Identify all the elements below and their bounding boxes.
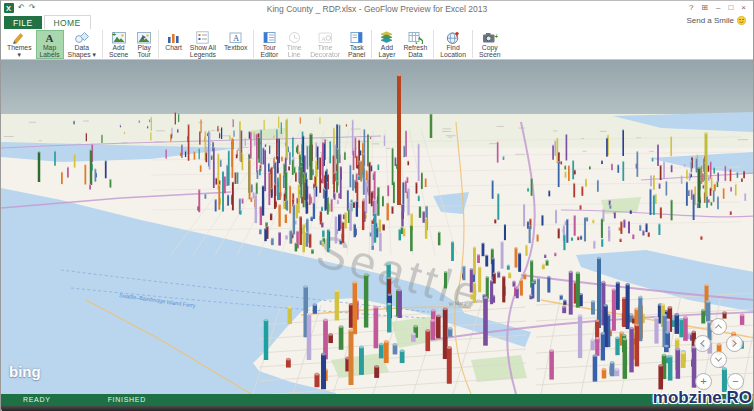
data-shapes-button-label: Data [75,44,89,51]
data-shapes-button[interactable]: DataShapes ▾ [64,30,100,59]
left-chevron-icon [700,340,707,347]
add-scene-button[interactable]: +AddScene [105,30,132,59]
close-button[interactable]: × [741,2,746,14]
play-tour-button[interactable]: PlayTour [132,30,156,59]
ribbon-group-insert: Chart Show AllLegendsATextbox Insert [161,29,251,59]
refresh-data-button[interactable]: RefreshData [399,30,431,59]
geoflow-window: X ↶ ↷ King County _ RDP.xlsx - GeoFlow P… [0,0,754,411]
themes-button-label2: ▾ [18,51,21,58]
send-a-smile-label: Send a Smile [686,16,734,25]
group-separator [102,30,103,58]
find-location-button-label: Find [446,44,459,51]
ribbon: Themes▾AMapLabelsDataShapes ▾Map+AddScen… [1,29,753,60]
pan-right-button[interactable] [726,335,743,352]
group-separator [371,30,372,58]
ribbon-group-view: TourEditorTimeLineATimeDecoratorTaskPane… [256,29,369,59]
chart-icon [167,31,180,44]
globe-icon [446,31,460,44]
data-shapes-icon [74,31,90,44]
quick-access-toolbar: X ↶ ↷ [4,3,35,13]
map-3d-view[interactable]: Seattle–Bainbridge Island Ferry Seattle … [1,60,753,394]
play-tour-icon [136,31,152,44]
pan-up-button[interactable] [710,318,727,335]
pan-down-button[interactable] [710,351,727,368]
show-all-legends-button-label: Show All [190,44,216,51]
status-bar: READY FINISHED [1,394,753,405]
svg-text:A: A [321,35,326,43]
down-chevron-icon [715,355,722,362]
themes-button[interactable]: Themes▾ [3,30,36,59]
redo-icon[interactable]: ↷ [29,3,36,13]
map-area: Seattle–Bainbridge Island Ferry Seattle … [1,60,753,394]
map-labels-button-label2: Labels [40,51,60,58]
clock-icon [288,31,301,44]
play-tour-button-label2: Tour [138,51,151,58]
tour-editor-icon [263,31,276,44]
svg-text:A: A [233,33,240,43]
time-line-button-label: Time [287,44,302,51]
svg-text:+: + [494,33,498,40]
play-tour-button-label: Play [138,44,151,51]
add-scene-button-label: Add [113,44,125,51]
find-location-button[interactable]: FindLocation [436,30,470,59]
textbox-button[interactable]: ATextbox [220,30,251,59]
title-bar: X ↶ ↷ King County _ RDP.xlsx - GeoFlow P… [1,1,753,15]
show-all-legends-button-label2: Legends [190,51,216,58]
minimize-button[interactable]: – [716,2,720,14]
smiley-icon [737,16,746,25]
svg-text:+: + [112,31,116,38]
map-labels-button[interactable]: AMapLabels [36,30,64,59]
tour-editor-button[interactable]: TourEditor [256,30,282,59]
ribbon-group-data: AddLayerRefreshDataData [374,29,431,59]
tab-file[interactable]: FILE [4,16,42,29]
task-panel-icon [350,31,363,44]
show-all-legends-button[interactable]: Show AllLegends [186,30,220,59]
add-layer-button[interactable]: AddLayer [374,30,399,59]
tour-editor-button-label2: Editor [260,51,278,58]
add-scene-button-label2: Scene [109,51,128,58]
group-separator [472,30,473,58]
restore-button[interactable]: □ [728,2,733,14]
refresh-data-button-label2: Data [408,51,422,58]
copy-screen-button-label2: Screen [479,51,501,58]
camera-icon: + [482,31,498,44]
refresh-data-button-label: Refresh [403,44,427,51]
chart-button-label: Chart [165,44,182,51]
refresh-icon [408,31,423,44]
bing-logo: bing [9,363,41,380]
copy-screen-button-label: Copy [482,44,498,51]
ribbon-tab-row: FILEHOME [1,15,753,29]
status-finished: FINISHED [108,396,146,403]
time-decorator-button[interactable]: ATimeDecorator [306,30,344,59]
task-panel-button-label2: Panel [348,51,365,58]
time-line-button-label2: Line [288,51,301,58]
themes-icon [12,31,26,44]
task-panel-button-label: Task [350,44,364,51]
tab-home[interactable]: HOME [44,15,91,29]
add-scene-icon: + [111,31,127,44]
svg-text:X: X [6,4,11,13]
up-chevron-icon [715,324,722,331]
map-labels-button-label: Map [43,44,56,51]
pan-left-button[interactable] [694,335,711,352]
task-panel-button[interactable]: TaskPanel [344,30,369,59]
themes-button-label: Themes [7,44,32,51]
undo-icon[interactable]: ↶ [18,3,25,13]
layers-icon [379,31,394,44]
textbox-button-label2 [235,51,237,58]
textbox-button-label: Textbox [224,44,247,51]
time-decorator-button-label: Time [318,44,333,51]
ribbon-display-button[interactable]: ⊞ [701,2,708,14]
window-title: King County _ RDP.xlsx - GeoFlow Preview… [1,4,753,14]
chart-button[interactable]: Chart [161,30,186,59]
help-button[interactable]: ? [689,2,693,14]
sky [1,60,753,116]
copy-screen-button[interactable]: +CopyScreen [475,30,505,59]
textbox-icon: A [229,31,242,44]
group-separator [158,30,159,58]
send-a-smile[interactable]: Send a Smile [686,16,746,25]
time-decorator-icon: A [318,31,333,44]
time-line-button[interactable]: TimeLine [282,30,306,59]
data-shapes-button-label2: Shapes ▾ [68,51,96,58]
site-watermark: mobzine.RO [653,388,752,408]
